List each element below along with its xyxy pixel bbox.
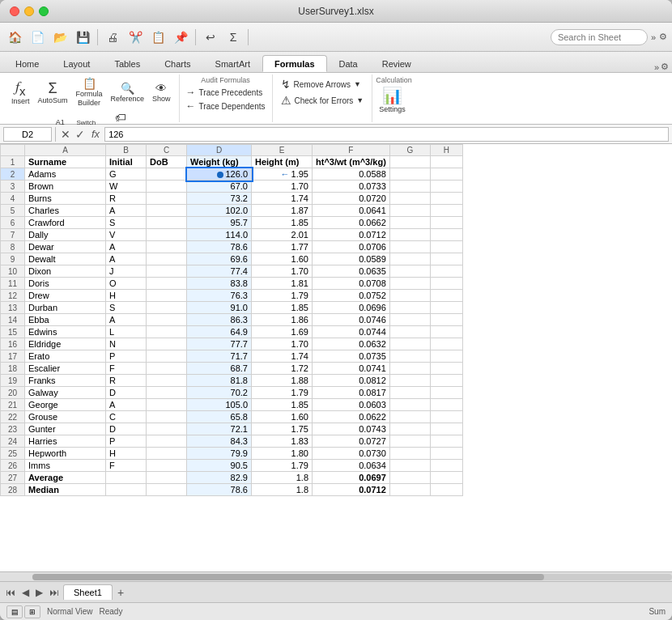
col-header-a[interactable]: A <box>25 145 106 156</box>
cell-B20[interactable]: D <box>106 387 147 399</box>
autosum-btn[interactable]: Σ AutoSum <box>35 79 71 106</box>
cell-A26[interactable]: Imms <box>25 460 106 472</box>
cell-A27[interactable]: Average <box>25 472 106 484</box>
cell-B25[interactable]: H <box>106 448 147 460</box>
cell-D24[interactable]: 84.3 <box>187 435 252 448</box>
cell-E23[interactable]: 1.75 <box>252 423 313 435</box>
cell-F18[interactable]: 0.0741 <box>313 363 390 375</box>
col-header-b[interactable]: B <box>106 145 147 156</box>
row-header-27[interactable]: 27 <box>1 472 25 484</box>
cell-C11[interactable] <box>147 278 187 290</box>
cell-C16[interactable] <box>147 338 187 350</box>
cell-E8[interactable]: 1.77 <box>252 241 313 253</box>
cell-C20[interactable] <box>147 387 187 399</box>
row-header-8[interactable]: 8 <box>1 241 25 253</box>
cell-D27[interactable]: 82.9 <box>187 472 252 484</box>
cell-C12[interactable] <box>147 290 187 302</box>
cell-F16[interactable]: 0.0632 <box>313 338 390 350</box>
row-header-4[interactable]: 4 <box>1 193 25 205</box>
cell-B5[interactable]: A <box>106 205 147 217</box>
cell-B15[interactable]: L <box>106 326 147 338</box>
cell-G23[interactable] <box>389 423 430 435</box>
cell-A21[interactable]: George <box>25 399 106 411</box>
cell-G8[interactable] <box>389 241 430 253</box>
cell-C23[interactable] <box>147 423 187 435</box>
cell-F21[interactable]: 0.0603 <box>313 399 390 411</box>
row-header-25[interactable]: 25 <box>1 448 25 460</box>
tab-tables[interactable]: Tables <box>102 55 152 72</box>
cell-G16[interactable] <box>389 338 430 350</box>
cell-E5[interactable]: 1.87 <box>252 205 313 217</box>
insert-function-btn[interactable]: 𝑓x Insert <box>8 78 33 108</box>
cell-B22[interactable]: C <box>106 411 147 423</box>
cell-B27[interactable] <box>106 472 147 484</box>
sheet-nav-next[interactable]: ▶ <box>33 585 45 600</box>
cell-C25[interactable] <box>147 448 187 460</box>
cell-C9[interactable] <box>147 253 187 265</box>
trace-precedents-btn[interactable]: → Trace Precedents <box>183 86 269 99</box>
col-header-c[interactable]: C <box>147 145 187 156</box>
cell-G12[interactable] <box>389 290 430 302</box>
cell-G19[interactable] <box>389 375 430 387</box>
cell-E27[interactable]: 1.8 <box>252 472 313 484</box>
trace-dependents-btn[interactable]: ← Trace Dependents <box>183 100 269 113</box>
cell-E1[interactable]: Height (m) <box>252 156 313 168</box>
sigma-icon[interactable]: Σ <box>223 28 243 47</box>
col-header-f[interactable]: F <box>313 145 390 156</box>
cell-G4[interactable] <box>389 193 430 205</box>
cell-G1[interactable] <box>389 156 430 168</box>
cell-B6[interactable]: S <box>106 217 147 229</box>
cell-B2[interactable]: G <box>106 168 147 180</box>
cell-D5[interactable]: 102.0 <box>187 205 252 217</box>
cell-B8[interactable]: A <box>106 241 147 253</box>
row-header-14[interactable]: 14 <box>1 314 25 326</box>
cell-G20[interactable] <box>389 387 430 399</box>
cell-C21[interactable] <box>147 399 187 411</box>
cancel-formula-btn[interactable]: ✕ <box>59 128 72 141</box>
cell-D21[interactable]: 105.0 <box>187 399 252 411</box>
spreadsheet[interactable]: A B C D E F G H 1SurnameInitialDoBWeight… <box>0 144 672 571</box>
row-header-18[interactable]: 18 <box>1 363 25 375</box>
cell-A17[interactable]: Erato <box>25 350 106 363</box>
check-errors-btn[interactable]: ⚠ Check for Errors ▼ <box>276 92 369 108</box>
cell-G26[interactable] <box>389 460 430 472</box>
cell-A7[interactable]: Dally <box>25 229 106 241</box>
cell-B13[interactable]: S <box>106 302 147 314</box>
cell-F9[interactable]: 0.0589 <box>313 253 390 265</box>
cell-B1[interactable]: Initial <box>106 156 147 168</box>
cell-G17[interactable] <box>389 350 430 363</box>
cell-G9[interactable] <box>389 253 430 265</box>
cell-D26[interactable]: 90.5 <box>187 460 252 472</box>
cell-B23[interactable]: D <box>106 423 147 435</box>
cell-D25[interactable]: 79.9 <box>187 448 252 460</box>
cell-H9[interactable] <box>430 253 462 265</box>
undo-icon[interactable]: ↩ <box>201 28 220 47</box>
toolbar-expand-button[interactable]: » <box>651 32 656 42</box>
h-scrollbar[interactable] <box>0 571 672 581</box>
cell-D13[interactable]: 91.0 <box>187 302 252 314</box>
cell-B26[interactable]: F <box>106 460 147 472</box>
cell-A25[interactable]: Hepworth <box>25 448 106 460</box>
cell-E12[interactable]: 1.79 <box>252 290 313 302</box>
copy-icon[interactable]: 📋 <box>148 28 168 47</box>
cell-G24[interactable] <box>389 435 430 448</box>
cell-E7[interactable]: 2.01 <box>252 229 313 241</box>
cell-D28[interactable]: 78.6 <box>187 484 252 496</box>
cell-F20[interactable]: 0.0817 <box>313 387 390 399</box>
cell-D6[interactable]: 95.7 <box>187 217 252 229</box>
cell-D11[interactable]: 83.8 <box>187 278 252 290</box>
cell-H1[interactable] <box>430 156 462 168</box>
tab-layout[interactable]: Layout <box>51 55 102 72</box>
row-header-6[interactable]: 6 <box>1 217 25 229</box>
cell-H25[interactable] <box>430 448 462 460</box>
cell-A16[interactable]: Eldridge <box>25 338 106 350</box>
cell-A12[interactable]: Drew <box>25 290 106 302</box>
cell-F6[interactable]: 0.0662 <box>313 217 390 229</box>
row-header-15[interactable]: 15 <box>1 326 25 338</box>
row-header-21[interactable]: 21 <box>1 399 25 411</box>
cell-E4[interactable]: 1.74 <box>252 193 313 205</box>
cell-C15[interactable] <box>147 326 187 338</box>
cell-H18[interactable] <box>430 363 462 375</box>
cell-E26[interactable]: 1.79 <box>252 460 313 472</box>
cell-F28[interactable]: 0.0712 <box>313 484 390 496</box>
